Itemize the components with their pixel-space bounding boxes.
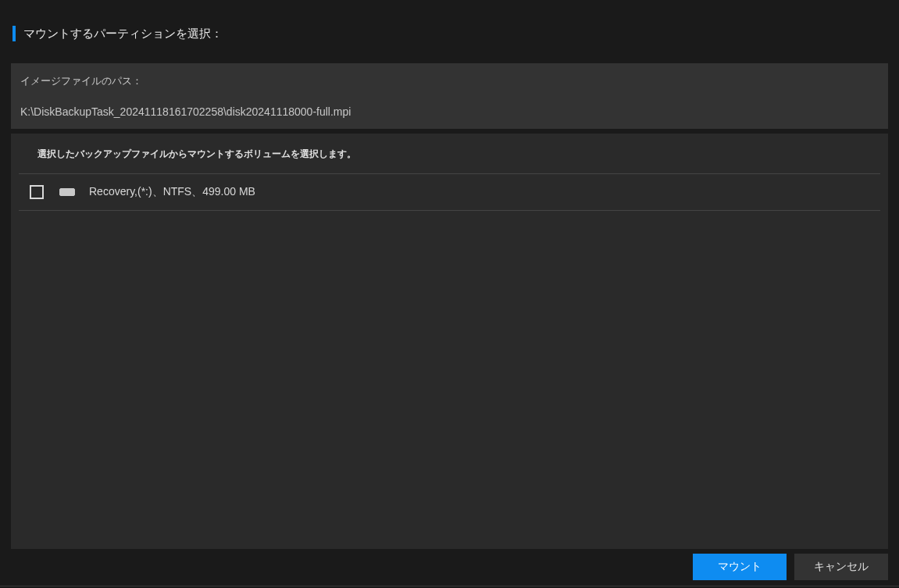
- image-path-label: イメージファイルのパス：: [20, 74, 879, 88]
- disk-icon: [59, 188, 75, 196]
- image-path-value: K:\DiskBackupTask_20241118161702258\disk…: [20, 105, 879, 118]
- bottom-divider: [0, 586, 899, 586]
- dialog-title: マウントするパーティションを選択：: [23, 27, 223, 41]
- volume-selection-section: 選択したバックアップファイルからマウントするボリュームを選択します。 Recov…: [11, 134, 888, 549]
- volume-label: Recovery,(*:)、NTFS、499.00 MB: [89, 185, 255, 199]
- image-path-section: イメージファイルのパス： K:\DiskBackupTask_202411181…: [11, 63, 888, 129]
- dialog-footer: マウント キャンセル: [693, 554, 888, 580]
- header-accent-bar: [12, 26, 16, 41]
- cancel-button[interactable]: キャンセル: [794, 554, 888, 580]
- mount-partition-dialog: マウントするパーティションを選択： イメージファイルのパス： K:\DiskBa…: [0, 0, 899, 588]
- dialog-header: マウントするパーティションを選択：: [0, 0, 899, 54]
- volume-row[interactable]: Recovery,(*:)、NTFS、499.00 MB: [19, 174, 880, 211]
- volume-checkbox[interactable]: [30, 185, 44, 199]
- volume-instruction-text: 選択したバックアップファイルからマウントするボリュームを選択します。: [19, 134, 880, 174]
- mount-button[interactable]: マウント: [693, 554, 787, 580]
